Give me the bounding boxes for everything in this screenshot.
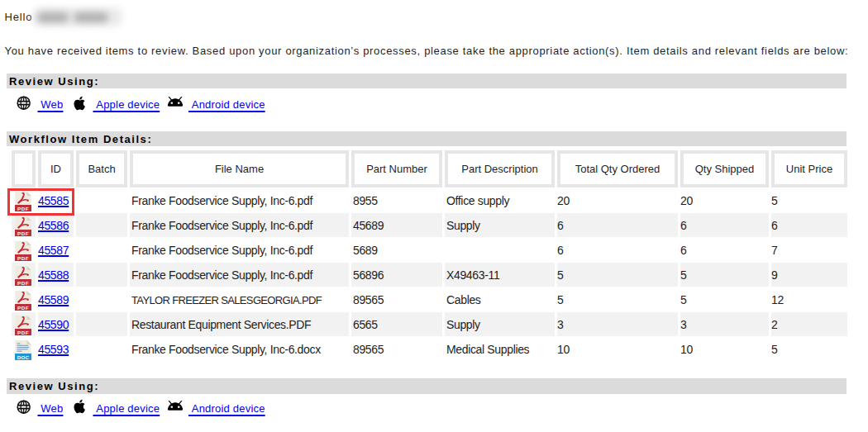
svg-text:PDF: PDF <box>17 279 29 285</box>
svg-text:PDF: PDF <box>17 329 29 335</box>
svg-text:DOC: DOC <box>17 354 30 359</box>
svg-text:PDF: PDF <box>17 254 29 260</box>
svg-text:PDF: PDF <box>17 304 29 310</box>
svg-text:PDF: PDF <box>17 230 29 235</box>
